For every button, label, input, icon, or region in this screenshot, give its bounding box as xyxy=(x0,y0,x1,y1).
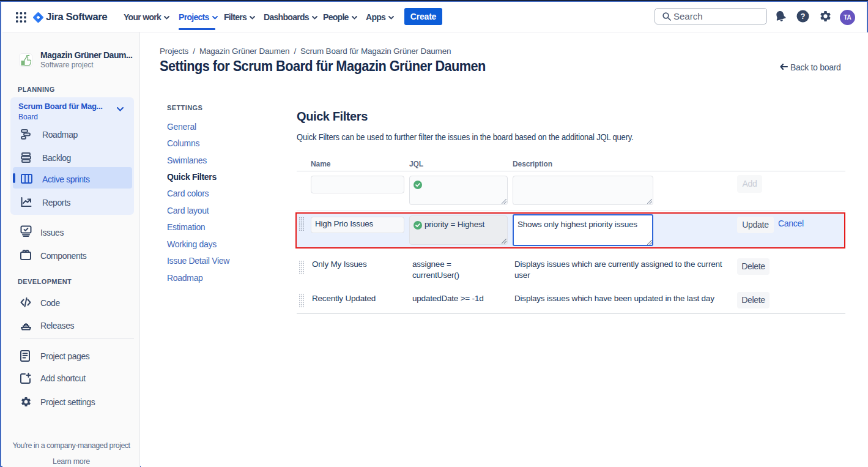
svg-text:?: ? xyxy=(801,12,806,21)
